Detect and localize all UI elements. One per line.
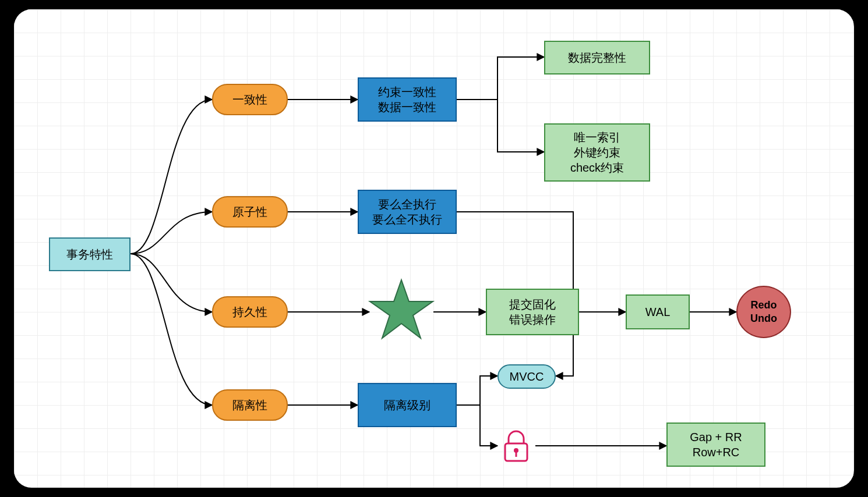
node-root: 事务特性: [49, 237, 130, 271]
node-data-integrity: 数据完整性: [544, 41, 650, 74]
node-consistency-detail: 约束一致性 数据一致性: [358, 77, 457, 122]
node-mvcc: MVCC: [497, 364, 556, 389]
node-locks: Gap + RR Row+RC: [666, 423, 765, 467]
node-isolation-detail: 隔离级别: [358, 383, 457, 427]
node-durability-detail: 提交固化 错误操作: [486, 289, 579, 335]
node-isolation: 隔离性: [212, 389, 288, 421]
durability-detail-line2: 错误操作: [509, 312, 556, 327]
wal-label: WAL: [645, 304, 671, 320]
atomicity-detail-line2: 要么全不执行: [372, 212, 442, 227]
consistency-detail-line1: 约束一致性: [378, 84, 436, 100]
node-atomicity-detail: 要么全执行 要么全不执行: [358, 190, 457, 234]
node-constraints: 唯一索引 外键约束 check约束: [544, 123, 650, 182]
locks-line2: Row+RC: [693, 445, 740, 460]
diagram-card: 事务特性 一致性 原子性 持久性 隔离性 约束一致性 数据一致性 要么全执行 要…: [14, 9, 854, 488]
atomicity-detail-line1: 要么全执行: [378, 197, 436, 212]
node-wal: WAL: [626, 294, 690, 329]
lock-icon: [500, 428, 532, 463]
locks-line1: Gap + RR: [690, 429, 742, 445]
constraints-line1: 唯一索引: [574, 130, 620, 145]
node-durability-label: 持久性: [232, 304, 267, 320]
star-icon: [366, 277, 436, 347]
svg-marker-0: [370, 280, 433, 338]
redo-label: Redo: [751, 299, 777, 312]
node-consistency-label: 一致性: [232, 92, 267, 107]
isolation-detail-label: 隔离级别: [384, 397, 431, 413]
undo-label: Undo: [750, 312, 777, 325]
node-isolation-label: 隔离性: [232, 397, 267, 413]
durability-detail-line1: 提交固化: [509, 297, 556, 312]
node-atomicity: 原子性: [212, 196, 288, 228]
consistency-detail-line2: 数据一致性: [378, 100, 436, 115]
node-atomicity-label: 原子性: [232, 204, 267, 219]
mvcc-label: MVCC: [510, 369, 544, 384]
constraints-line2: 外键约束: [574, 145, 620, 160]
data-integrity-label: 数据完整性: [568, 50, 626, 65]
node-consistency: 一致性: [212, 84, 288, 115]
node-root-label: 事务特性: [66, 247, 113, 262]
node-durability: 持久性: [212, 296, 288, 328]
node-redo-undo: Redo Undo: [736, 286, 791, 338]
constraints-line3: check约束: [570, 160, 624, 175]
